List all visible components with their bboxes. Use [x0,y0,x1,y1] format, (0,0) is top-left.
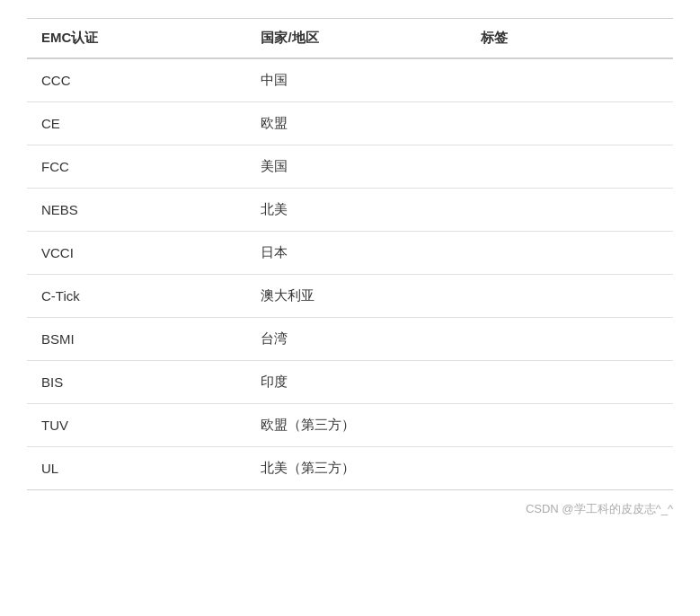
cell-country: 印度 [246,361,465,404]
table-row: VCCI日本 [27,232,673,275]
cell-label [466,145,673,189]
cell-country: 台湾 [246,318,465,361]
table-header-row: EMC认证 国家/地区 标签 [27,19,673,59]
table-row: CE欧盟 [27,102,673,145]
table-row: CCC中国 [27,58,673,102]
cell-label [466,447,673,490]
header-country: 国家/地区 [246,19,465,59]
cell-cert: CE [27,102,246,145]
watermark: CSDN @学工科的皮皮志^_^ [27,501,673,517]
cell-label [466,102,673,145]
cell-country: 欧盟 [246,102,465,145]
cell-label [466,318,673,361]
cell-country: 欧盟（第三方） [246,404,465,447]
cell-country: 北美（第三方） [246,447,465,490]
cell-country: 北美 [246,189,465,232]
cell-country: 日本 [246,232,465,275]
cell-label [466,404,673,447]
table-row: C-Tick澳大利亚 [27,275,673,318]
table-row: FCC美国 [27,145,673,189]
cell-cert: BIS [27,361,246,404]
table-row: TUV欧盟（第三方） [27,404,673,447]
cell-cert: TUV [27,404,246,447]
emc-table: EMC认证 国家/地区 标签 CCC中国CE欧盟FCC美国NEBS北美VCCI日… [27,18,673,490]
table-row: BIS印度 [27,361,673,404]
cell-cert: BSMI [27,318,246,361]
cell-cert: VCCI [27,232,246,275]
cell-label [466,58,673,102]
header-cert: EMC认证 [27,19,246,59]
cell-label [466,361,673,404]
cell-cert: NEBS [27,189,246,232]
table-row: NEBS北美 [27,189,673,232]
cell-cert: FCC [27,145,246,189]
cell-country: 澳大利亚 [246,275,465,318]
table-row: BSMI台湾 [27,318,673,361]
cell-label [466,232,673,275]
cell-cert: C-Tick [27,275,246,318]
table-row: UL北美（第三方） [27,447,673,490]
header-label: 标签 [466,19,673,59]
cell-cert: UL [27,447,246,490]
cell-label [466,275,673,318]
cell-cert: CCC [27,58,246,102]
cell-label [466,189,673,232]
cell-country: 中国 [246,58,465,102]
cell-country: 美国 [246,145,465,189]
